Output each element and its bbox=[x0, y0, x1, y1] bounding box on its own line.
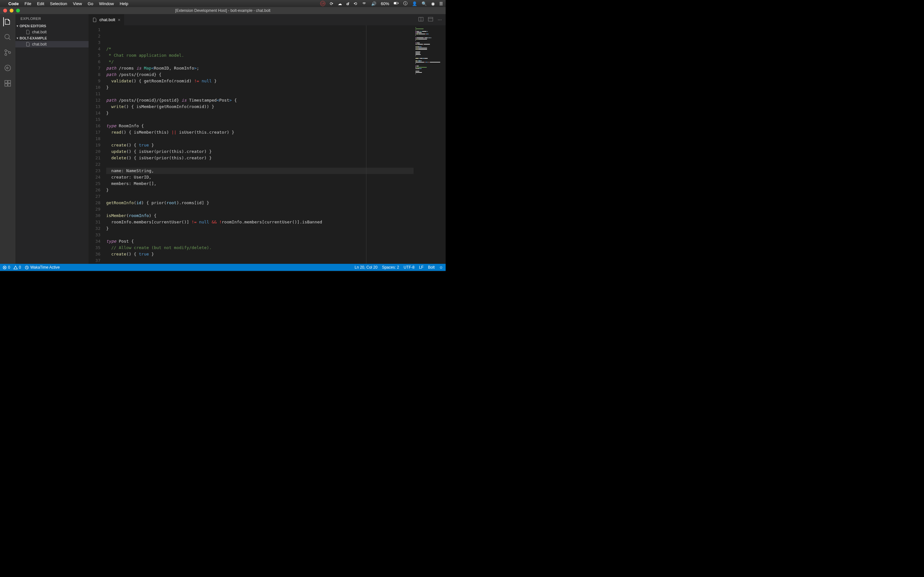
notifications-icon[interactable]: ☰ bbox=[439, 1, 443, 6]
user-icon[interactable]: 👤 bbox=[412, 1, 417, 6]
more-icon[interactable]: ⋯ bbox=[438, 17, 442, 22]
section-open-editors[interactable]: OPEN EDITORS bbox=[15, 23, 89, 29]
editor-body[interactable]: 1234567891011121314151617181920212223242… bbox=[89, 25, 446, 264]
status-encoding[interactable]: UTF-8 bbox=[404, 265, 415, 269]
status-language[interactable]: Bolt bbox=[428, 265, 435, 269]
timemachine-icon[interactable]: ⟲ bbox=[354, 1, 357, 6]
editor-tabs: chat.bolt × ⋯ bbox=[89, 14, 446, 25]
svg-point-5 bbox=[5, 53, 7, 55]
editor-area: chat.bolt × ⋯ 12345678910111213141516171… bbox=[89, 14, 446, 264]
svg-rect-8 bbox=[5, 81, 7, 83]
status-eol[interactable]: LF bbox=[419, 265, 423, 269]
menu-edit[interactable]: Edit bbox=[37, 1, 44, 6]
section-folder[interactable]: BOLT-EXAMPLE bbox=[15, 35, 89, 41]
wifi-icon[interactable] bbox=[362, 1, 367, 7]
app-indicator-icon[interactable]: d bbox=[347, 1, 349, 6]
vscode-window: [Extension Development Host] - bolt-exam… bbox=[0, 7, 446, 271]
line-gutter: 1234567891011121314151617181920212223242… bbox=[89, 25, 106, 264]
notification-badge-icon[interactable]: 18 bbox=[320, 1, 325, 6]
battery-icon[interactable] bbox=[394, 1, 399, 7]
status-bar: 0 0 WakaTime Active Ln 20, Col 20 Spaces… bbox=[0, 264, 446, 271]
status-position[interactable]: Ln 20, Col 20 bbox=[355, 265, 377, 269]
explorer-icon[interactable] bbox=[3, 17, 12, 26]
open-editor-item[interactable]: chat.bolt bbox=[15, 29, 89, 35]
file-icon bbox=[26, 30, 30, 34]
file-icon bbox=[92, 18, 97, 22]
source-control-icon[interactable] bbox=[3, 48, 12, 57]
menu-help[interactable]: Help bbox=[120, 1, 128, 6]
sync-icon[interactable]: ⟳ bbox=[330, 1, 333, 6]
app-name[interactable]: Code bbox=[8, 1, 19, 6]
status-wakatime[interactable]: WakaTime Active bbox=[25, 265, 60, 269]
siri-icon[interactable]: ◉ bbox=[431, 1, 435, 6]
svg-rect-1 bbox=[394, 2, 396, 4]
menu-view[interactable]: View bbox=[73, 1, 82, 6]
debug-icon[interactable] bbox=[3, 63, 12, 73]
status-feedback-icon[interactable]: ☺ bbox=[439, 265, 443, 269]
svg-point-3 bbox=[5, 34, 9, 39]
window-title: [Extension Development Host] - bolt-exam… bbox=[0, 8, 446, 13]
battery-percent[interactable]: 60% bbox=[381, 1, 389, 6]
minimize-window-button[interactable] bbox=[10, 9, 13, 13]
svg-point-4 bbox=[5, 50, 7, 52]
svg-rect-10 bbox=[5, 84, 7, 86]
menu-selection[interactable]: Selection bbox=[50, 1, 67, 6]
info-icon[interactable]: ⓘ bbox=[403, 1, 407, 6]
status-problems[interactable]: 0 0 bbox=[3, 265, 21, 269]
activity-bar bbox=[0, 14, 15, 264]
close-tab-icon[interactable]: × bbox=[118, 17, 120, 23]
svg-rect-11 bbox=[8, 84, 11, 86]
sidebar-title: EXPLORER bbox=[15, 14, 89, 23]
svg-rect-2 bbox=[398, 3, 398, 3]
svg-point-6 bbox=[9, 52, 11, 53]
close-window-button[interactable] bbox=[3, 9, 7, 13]
titlebar: [Extension Development Host] - bolt-exam… bbox=[0, 7, 446, 14]
status-spaces[interactable]: Spaces: 2 bbox=[382, 265, 399, 269]
dock-edge bbox=[0, 271, 446, 271]
macos-menubar: Code File Edit Selection View Go Window … bbox=[0, 0, 446, 7]
file-item[interactable]: chat.bolt bbox=[15, 41, 89, 47]
svg-rect-13 bbox=[428, 17, 433, 21]
cloud-icon[interactable]: ☁ bbox=[338, 1, 342, 6]
code-content[interactable]: /* * Chat room application model. */path… bbox=[106, 25, 414, 264]
file-icon bbox=[26, 42, 30, 47]
volume-icon[interactable]: 🔊 bbox=[371, 1, 376, 6]
split-editor-icon[interactable] bbox=[418, 17, 423, 23]
minimap[interactable] bbox=[414, 25, 446, 264]
spotlight-icon[interactable]: 🔍 bbox=[422, 1, 427, 6]
extensions-icon[interactable] bbox=[3, 79, 12, 88]
menu-go[interactable]: Go bbox=[87, 1, 93, 6]
layout-icon[interactable] bbox=[428, 17, 433, 23]
menu-file[interactable]: File bbox=[25, 1, 31, 6]
explorer-sidebar: EXPLORER OPEN EDITORS chat.bolt BOLT-EXA… bbox=[15, 14, 89, 264]
zoom-window-button[interactable] bbox=[16, 9, 20, 13]
ruler-line bbox=[366, 25, 367, 264]
menu-window[interactable]: Window bbox=[99, 1, 114, 6]
svg-rect-9 bbox=[8, 81, 11, 83]
search-icon[interactable] bbox=[3, 33, 12, 42]
tab-chat-bolt[interactable]: chat.bolt × bbox=[89, 14, 124, 25]
